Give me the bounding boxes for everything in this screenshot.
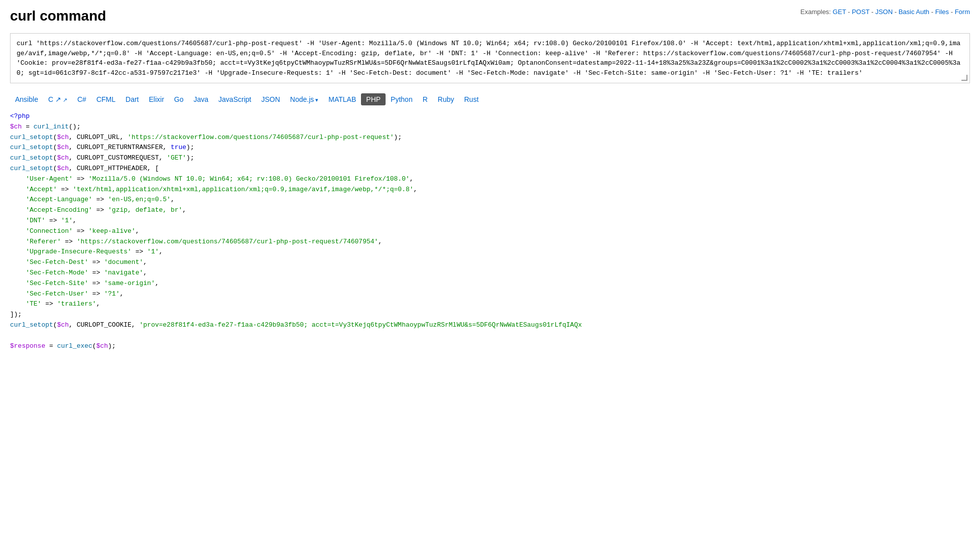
example-post[interactable]: POST xyxy=(852,8,870,16)
tab-matlab[interactable]: MATLAB xyxy=(323,93,361,105)
tab-go[interactable]: Go xyxy=(169,93,189,105)
tab-dart[interactable]: Dart xyxy=(120,93,144,105)
tab-php[interactable]: PHP xyxy=(361,93,386,105)
tab-python[interactable]: Python xyxy=(386,93,418,105)
language-tabs: Ansible C ↗ C# CFML Dart Elixir Go Java … xyxy=(10,93,970,105)
tab-rust[interactable]: Rust xyxy=(459,93,484,105)
tab-javascript[interactable]: JavaScript xyxy=(213,93,256,105)
example-basic-auth[interactable]: Basic Auth xyxy=(899,8,929,16)
tab-json[interactable]: JSON xyxy=(256,93,285,105)
tab-java[interactable]: Java xyxy=(189,93,214,105)
tab-cfml[interactable]: CFML xyxy=(91,93,120,105)
curl-command-box[interactable]: curl 'https://stackoverflow.com/question… xyxy=(10,33,970,83)
page-wrapper: curl command Examples: GET - POST - JSON… xyxy=(0,0,980,359)
tab-elixir[interactable]: Elixir xyxy=(144,93,169,105)
example-json[interactable]: JSON xyxy=(875,8,893,16)
tab-csharp[interactable]: C# xyxy=(72,93,91,105)
examples-bar: Examples: GET - POST - JSON - Basic Auth… xyxy=(800,8,970,16)
example-form[interactable]: Form xyxy=(955,8,970,16)
example-get[interactable]: GET xyxy=(833,8,846,16)
php-code-block: <?php $ch = curl_init(); curl_setopt($ch… xyxy=(10,111,970,351)
example-files[interactable]: Files xyxy=(935,8,949,16)
tab-ansible[interactable]: Ansible xyxy=(10,93,43,105)
examples-label: Examples: xyxy=(800,8,831,16)
tab-r[interactable]: R xyxy=(418,93,433,105)
tab-c[interactable]: C ↗ xyxy=(43,93,72,105)
page-title: curl command xyxy=(10,8,106,24)
tab-ruby[interactable]: Ruby xyxy=(433,93,459,105)
tab-nodejs[interactable]: Node.js xyxy=(285,93,324,105)
